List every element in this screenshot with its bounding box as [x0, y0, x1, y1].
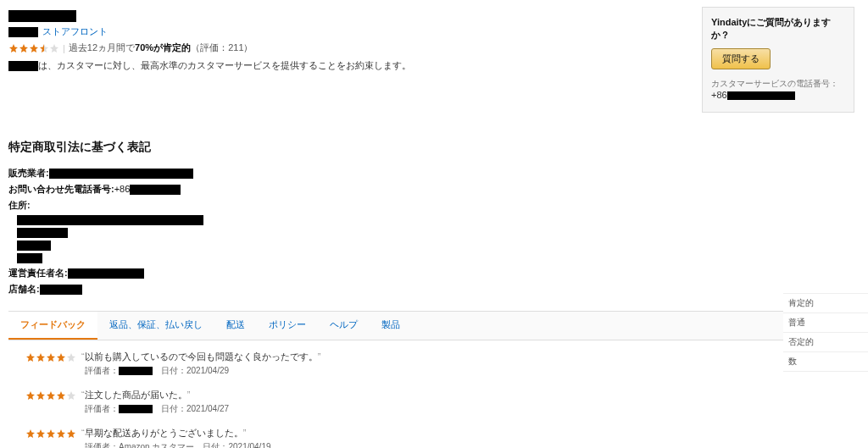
feedback-list: 以前も購入しているので今回も問題なく良かったです。評価者： 日付：2021/04… — [8, 340, 860, 448]
cs-phone-label: カスタマーサービスの電話番号： — [711, 78, 845, 90]
legal-responsible-redacted — [68, 268, 144, 279]
star-icon — [36, 390, 46, 401]
feedback-rater-redacted — [119, 367, 153, 375]
tabs: フィードバック返品、保証、払い戻し配送ポリシーヘルプ製品 — [8, 311, 860, 340]
star-icon — [46, 429, 56, 439]
feedback-text: 早期な配送ありがとうございました。 — [81, 427, 246, 440]
legal-seller: 販売業者: — [8, 167, 860, 180]
seller-logo-redacted — [8, 27, 38, 37]
feedback-date: 2021/04/27 — [186, 404, 229, 413]
star-icon — [56, 352, 66, 362]
feedback-text: 注文した商品が届いた。 — [81, 389, 190, 401]
star-icon — [25, 390, 36, 401]
star-icon — [39, 43, 49, 53]
seller-header: ストアフロント | 過去12ヵ月間で70%が肯定的（評価：211） は、カスタマ… — [8, 7, 534, 72]
legal-phone: お問い合わせ先電話番号:+86 — [8, 183, 860, 196]
summary-row: 普通 — [783, 313, 868, 333]
legal-phone-redacted — [130, 185, 181, 195]
feedback-stars — [25, 429, 76, 439]
star-rating — [8, 43, 59, 53]
rating-separator: | — [63, 43, 65, 53]
feedback-stars — [25, 352, 76, 362]
service-promise: は、カスタマーに対し、最高水準のカスタマーサービスを提供することをお約束します。 — [8, 59, 534, 72]
tab-1[interactable]: 返品、保証、払い戻し — [97, 312, 214, 340]
star-icon — [56, 390, 66, 401]
feedback-rater: Amazon カスタマー — [119, 442, 194, 448]
feedback-rater-redacted — [119, 405, 153, 413]
star-icon — [25, 429, 36, 439]
feedback-item: 以前も購入しているので今回も問題なく良かったです。評価者： 日付：2021/04… — [25, 351, 853, 377]
star-icon — [49, 43, 59, 53]
legal-addr-line2-redacted — [17, 228, 68, 238]
star-icon — [66, 390, 76, 401]
legal-seller-redacted — [49, 169, 193, 179]
storefront-row: ストアフロント — [8, 25, 534, 38]
question-box: Yindaityにご質問がありますか？ 質問する カスタマーサービスの電話番号：… — [702, 7, 854, 113]
feedback-meta: 評価者： 日付：2021/04/29 — [85, 365, 853, 377]
ask-question-button[interactable]: 質問する — [711, 48, 771, 69]
summary-row: 否定的 — [783, 333, 868, 352]
legal-address: 住所: — [8, 199, 860, 263]
legal-responsible: 運営責任者名: — [8, 267, 860, 279]
tab-5[interactable]: 製品 — [370, 312, 412, 340]
rating-row: | 過去12ヵ月間で70%が肯定的（評価：211） — [8, 41, 534, 54]
tab-4[interactable]: ヘルプ — [318, 312, 370, 340]
tab-3[interactable]: ポリシー — [257, 312, 318, 340]
cs-phone-redacted — [727, 91, 795, 100]
summary-row: 数 — [783, 352, 868, 372]
star-icon — [66, 429, 76, 439]
storefront-link[interactable]: ストアフロント — [42, 26, 108, 36]
tab-2[interactable]: 配送 — [214, 312, 257, 340]
feedback-item: 早期な配送ありがとうございました。評価者：Amazon カスタマー 日付：202… — [25, 427, 853, 448]
star-icon — [8, 43, 19, 53]
feedback-date: 2021/04/19 — [228, 442, 270, 448]
star-icon — [36, 352, 46, 362]
rating-text: 過去12ヵ月間で70%が肯定的（評価：211） — [69, 41, 253, 54]
legal-addr-line3-redacted — [17, 241, 51, 251]
star-icon — [66, 352, 76, 362]
star-icon — [36, 429, 46, 439]
feedback-stars — [25, 390, 76, 401]
summary-row: 肯定的 — [783, 294, 868, 313]
seller-name — [8, 7, 534, 22]
feedback-meta: 評価者：Amazon カスタマー 日付：2021/04/19 — [85, 441, 853, 448]
legal-addr-line1-redacted — [17, 215, 203, 225]
star-icon — [56, 429, 66, 439]
star-icon — [46, 390, 56, 401]
seller-name-redacted — [8, 10, 76, 22]
tab-0[interactable]: フィードバック — [8, 312, 97, 340]
legal-section: 特定商取引法に基づく表記 販売業者: お問い合わせ先電話番号:+86 住所: 運… — [8, 140, 860, 296]
legal-store: 店舗名: — [8, 283, 860, 296]
feedback-text: 以前も購入しているので今回も問題なく良かったです。 — [81, 351, 320, 363]
legal-title: 特定商取引法に基づく表記 — [8, 140, 860, 155]
cs-phone-number: +86 — [711, 90, 845, 100]
star-icon — [46, 352, 56, 362]
question-title: Yindaityにご質問がありますか？ — [711, 16, 845, 41]
star-icon — [25, 352, 36, 362]
feedback-summary: 肯定的普通否定的数 — [783, 293, 868, 372]
seller-name-inline-redacted — [8, 61, 38, 71]
feedback-date: 2021/04/29 — [186, 366, 229, 375]
feedback-meta: 評価者： 日付：2021/04/27 — [85, 403, 853, 415]
legal-addr-line4-redacted — [17, 253, 42, 263]
star-icon — [19, 43, 29, 53]
feedback-item: 注文した商品が届いた。評価者： 日付：2021/04/27 — [25, 389, 853, 415]
legal-store-redacted — [40, 285, 82, 295]
star-icon — [29, 43, 39, 53]
